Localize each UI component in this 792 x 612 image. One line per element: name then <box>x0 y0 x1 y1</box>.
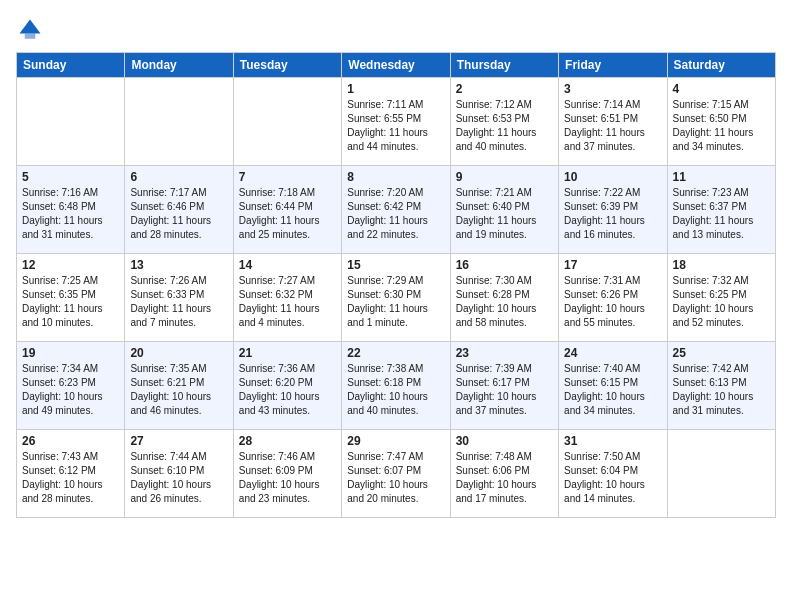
calendar-cell: 25Sunrise: 7:42 AMSunset: 6:13 PMDayligh… <box>667 342 775 430</box>
date-number: 25 <box>673 346 770 360</box>
calendar-cell: 31Sunrise: 7:50 AMSunset: 6:04 PMDayligh… <box>559 430 667 518</box>
calendar-cell: 4Sunrise: 7:15 AMSunset: 6:50 PMDaylight… <box>667 78 775 166</box>
day-header-thursday: Thursday <box>450 53 558 78</box>
calendar-cell: 10Sunrise: 7:22 AMSunset: 6:39 PMDayligh… <box>559 166 667 254</box>
date-number: 27 <box>130 434 227 448</box>
calendar-cell: 14Sunrise: 7:27 AMSunset: 6:32 PMDayligh… <box>233 254 341 342</box>
calendar-cell: 26Sunrise: 7:43 AMSunset: 6:12 PMDayligh… <box>17 430 125 518</box>
cell-content: Sunrise: 7:46 AMSunset: 6:09 PMDaylight:… <box>239 450 336 506</box>
cell-content: Sunrise: 7:48 AMSunset: 6:06 PMDaylight:… <box>456 450 553 506</box>
cell-content: Sunrise: 7:26 AMSunset: 6:33 PMDaylight:… <box>130 274 227 330</box>
cell-content: Sunrise: 7:50 AMSunset: 6:04 PMDaylight:… <box>564 450 661 506</box>
date-number: 3 <box>564 82 661 96</box>
cell-content: Sunrise: 7:27 AMSunset: 6:32 PMDaylight:… <box>239 274 336 330</box>
week-row-4: 19Sunrise: 7:34 AMSunset: 6:23 PMDayligh… <box>17 342 776 430</box>
cell-content: Sunrise: 7:15 AMSunset: 6:50 PMDaylight:… <box>673 98 770 154</box>
date-number: 11 <box>673 170 770 184</box>
date-number: 29 <box>347 434 444 448</box>
week-row-2: 5Sunrise: 7:16 AMSunset: 6:48 PMDaylight… <box>17 166 776 254</box>
calendar-cell: 27Sunrise: 7:44 AMSunset: 6:10 PMDayligh… <box>125 430 233 518</box>
week-row-3: 12Sunrise: 7:25 AMSunset: 6:35 PMDayligh… <box>17 254 776 342</box>
date-number: 28 <box>239 434 336 448</box>
cell-content: Sunrise: 7:18 AMSunset: 6:44 PMDaylight:… <box>239 186 336 242</box>
cell-content: Sunrise: 7:47 AMSunset: 6:07 PMDaylight:… <box>347 450 444 506</box>
calendar-cell: 15Sunrise: 7:29 AMSunset: 6:30 PMDayligh… <box>342 254 450 342</box>
calendar-cell: 21Sunrise: 7:36 AMSunset: 6:20 PMDayligh… <box>233 342 341 430</box>
date-number: 13 <box>130 258 227 272</box>
calendar-cell: 13Sunrise: 7:26 AMSunset: 6:33 PMDayligh… <box>125 254 233 342</box>
day-header-wednesday: Wednesday <box>342 53 450 78</box>
date-number: 19 <box>22 346 119 360</box>
calendar-cell: 30Sunrise: 7:48 AMSunset: 6:06 PMDayligh… <box>450 430 558 518</box>
date-number: 1 <box>347 82 444 96</box>
cell-content: Sunrise: 7:29 AMSunset: 6:30 PMDaylight:… <box>347 274 444 330</box>
date-number: 23 <box>456 346 553 360</box>
calendar-cell: 29Sunrise: 7:47 AMSunset: 6:07 PMDayligh… <box>342 430 450 518</box>
svg-marker-0 <box>20 20 41 34</box>
logo <box>16 16 48 44</box>
date-number: 6 <box>130 170 227 184</box>
date-number: 26 <box>22 434 119 448</box>
calendar-cell: 23Sunrise: 7:39 AMSunset: 6:17 PMDayligh… <box>450 342 558 430</box>
date-number: 12 <box>22 258 119 272</box>
calendar-cell: 12Sunrise: 7:25 AMSunset: 6:35 PMDayligh… <box>17 254 125 342</box>
calendar-cell: 20Sunrise: 7:35 AMSunset: 6:21 PMDayligh… <box>125 342 233 430</box>
calendar-cell: 1Sunrise: 7:11 AMSunset: 6:55 PMDaylight… <box>342 78 450 166</box>
day-header-friday: Friday <box>559 53 667 78</box>
calendar-cell: 2Sunrise: 7:12 AMSunset: 6:53 PMDaylight… <box>450 78 558 166</box>
cell-content: Sunrise: 7:42 AMSunset: 6:13 PMDaylight:… <box>673 362 770 418</box>
calendar-cell: 3Sunrise: 7:14 AMSunset: 6:51 PMDaylight… <box>559 78 667 166</box>
calendar-cell: 17Sunrise: 7:31 AMSunset: 6:26 PMDayligh… <box>559 254 667 342</box>
cell-content: Sunrise: 7:36 AMSunset: 6:20 PMDaylight:… <box>239 362 336 418</box>
day-header-saturday: Saturday <box>667 53 775 78</box>
calendar-cell <box>667 430 775 518</box>
cell-content: Sunrise: 7:22 AMSunset: 6:39 PMDaylight:… <box>564 186 661 242</box>
calendar-table: SundayMondayTuesdayWednesdayThursdayFrid… <box>16 52 776 518</box>
svg-rect-1 <box>25 34 36 39</box>
date-number: 18 <box>673 258 770 272</box>
calendar-cell: 7Sunrise: 7:18 AMSunset: 6:44 PMDaylight… <box>233 166 341 254</box>
cell-content: Sunrise: 7:39 AMSunset: 6:17 PMDaylight:… <box>456 362 553 418</box>
calendar-body: 1Sunrise: 7:11 AMSunset: 6:55 PMDaylight… <box>17 78 776 518</box>
cell-content: Sunrise: 7:23 AMSunset: 6:37 PMDaylight:… <box>673 186 770 242</box>
cell-content: Sunrise: 7:17 AMSunset: 6:46 PMDaylight:… <box>130 186 227 242</box>
date-number: 15 <box>347 258 444 272</box>
cell-content: Sunrise: 7:34 AMSunset: 6:23 PMDaylight:… <box>22 362 119 418</box>
calendar-cell <box>17 78 125 166</box>
cell-content: Sunrise: 7:25 AMSunset: 6:35 PMDaylight:… <box>22 274 119 330</box>
week-row-1: 1Sunrise: 7:11 AMSunset: 6:55 PMDaylight… <box>17 78 776 166</box>
date-number: 20 <box>130 346 227 360</box>
cell-content: Sunrise: 7:21 AMSunset: 6:40 PMDaylight:… <box>456 186 553 242</box>
date-number: 21 <box>239 346 336 360</box>
cell-content: Sunrise: 7:20 AMSunset: 6:42 PMDaylight:… <box>347 186 444 242</box>
calendar-cell: 16Sunrise: 7:30 AMSunset: 6:28 PMDayligh… <box>450 254 558 342</box>
calendar-cell: 19Sunrise: 7:34 AMSunset: 6:23 PMDayligh… <box>17 342 125 430</box>
calendar-cell: 5Sunrise: 7:16 AMSunset: 6:48 PMDaylight… <box>17 166 125 254</box>
date-number: 8 <box>347 170 444 184</box>
day-header-monday: Monday <box>125 53 233 78</box>
date-number: 7 <box>239 170 336 184</box>
cell-content: Sunrise: 7:35 AMSunset: 6:21 PMDaylight:… <box>130 362 227 418</box>
date-number: 17 <box>564 258 661 272</box>
calendar-cell: 6Sunrise: 7:17 AMSunset: 6:46 PMDaylight… <box>125 166 233 254</box>
cell-content: Sunrise: 7:44 AMSunset: 6:10 PMDaylight:… <box>130 450 227 506</box>
date-number: 10 <box>564 170 661 184</box>
cell-content: Sunrise: 7:31 AMSunset: 6:26 PMDaylight:… <box>564 274 661 330</box>
cell-content: Sunrise: 7:14 AMSunset: 6:51 PMDaylight:… <box>564 98 661 154</box>
cell-content: Sunrise: 7:11 AMSunset: 6:55 PMDaylight:… <box>347 98 444 154</box>
date-number: 14 <box>239 258 336 272</box>
date-number: 2 <box>456 82 553 96</box>
calendar-cell: 8Sunrise: 7:20 AMSunset: 6:42 PMDaylight… <box>342 166 450 254</box>
cell-content: Sunrise: 7:16 AMSunset: 6:48 PMDaylight:… <box>22 186 119 242</box>
logo-icon <box>16 16 44 44</box>
cell-content: Sunrise: 7:12 AMSunset: 6:53 PMDaylight:… <box>456 98 553 154</box>
date-number: 9 <box>456 170 553 184</box>
cell-content: Sunrise: 7:32 AMSunset: 6:25 PMDaylight:… <box>673 274 770 330</box>
day-header-row: SundayMondayTuesdayWednesdayThursdayFrid… <box>17 53 776 78</box>
calendar-cell <box>233 78 341 166</box>
calendar-cell: 28Sunrise: 7:46 AMSunset: 6:09 PMDayligh… <box>233 430 341 518</box>
calendar-cell <box>125 78 233 166</box>
date-number: 31 <box>564 434 661 448</box>
date-number: 24 <box>564 346 661 360</box>
week-row-5: 26Sunrise: 7:43 AMSunset: 6:12 PMDayligh… <box>17 430 776 518</box>
